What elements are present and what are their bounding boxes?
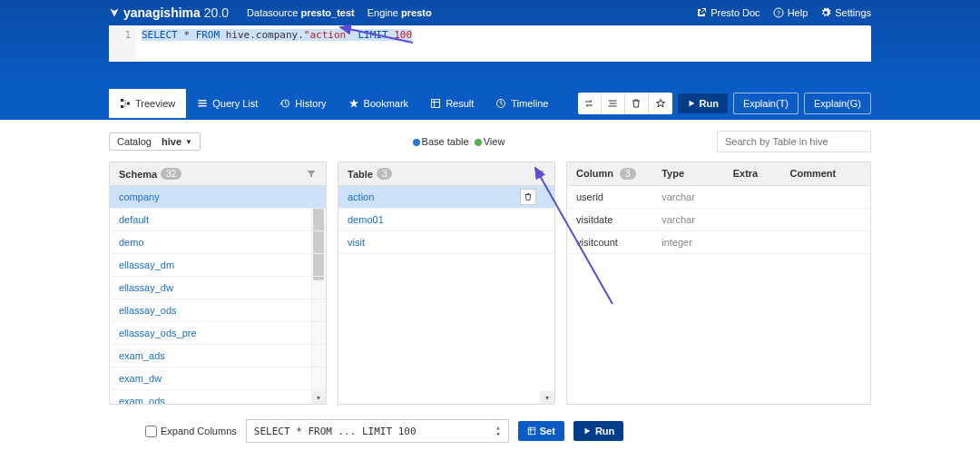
app-version: 20.0 (204, 5, 229, 20)
expand-columns-checkbox[interactable]: Expand Columns (145, 426, 237, 437)
search-input[interactable] (717, 131, 871, 152)
schema-item[interactable]: ellassay_ods (110, 299, 326, 322)
schema-item[interactable]: company (110, 186, 326, 209)
app-name: yanagishima (123, 5, 201, 20)
table-count: 3 (377, 168, 393, 180)
svg-rect-9 (432, 100, 440, 108)
star-icon[interactable] (649, 93, 672, 114)
svg-rect-11 (528, 427, 535, 435)
trash-icon[interactable] (520, 189, 536, 205)
explain-t-button[interactable]: Explain(T) (733, 93, 799, 114)
svg-rect-4 (127, 103, 130, 105)
updown-icon: ▴▾ (495, 425, 500, 437)
schema-item[interactable]: ellassay_dw (110, 277, 326, 299)
tab-result[interactable]: Result (419, 89, 485, 118)
swap-icon[interactable] (578, 93, 602, 114)
filter-icon[interactable] (306, 169, 317, 180)
app-logo: yanagishima 20.0 (109, 5, 229, 20)
column-row: useridvarchar (567, 186, 870, 209)
schema-title: Schema (119, 169, 157, 180)
tab-history[interactable]: History (269, 89, 337, 118)
schema-item[interactable]: ellassay_dm (110, 254, 326, 277)
run-button-bottom[interactable]: Run (573, 421, 623, 441)
presto-doc-link[interactable]: Presto Doc (696, 7, 760, 18)
sql-code[interactable]: SELECT * FROM hive.company."action" LIMI… (136, 25, 871, 62)
template-select[interactable]: SELECT * FROM ... LIMIT 100 ▴▾ (246, 419, 509, 443)
schema-item[interactable]: demo (110, 231, 326, 254)
column-row: visitdatevarchar (567, 209, 870, 231)
run-button[interactable]: Run (678, 93, 728, 113)
table-title: Table (348, 169, 373, 180)
schema-count: 32 (161, 168, 181, 180)
tab-querylist[interactable]: Query List (186, 89, 269, 118)
format-icon[interactable] (602, 93, 625, 114)
svg-rect-2 (121, 99, 123, 102)
sql-editor[interactable]: 1 SELECT * FROM hive.company."action" LI… (109, 25, 871, 62)
tab-treeview[interactable]: Treeview (109, 89, 186, 118)
table-list[interactable]: ▴ ▾ actiondemo01visit (338, 186, 554, 404)
scroll-down-icon[interactable]: ▾ (540, 391, 554, 404)
table-item[interactable]: demo01 (338, 209, 554, 231)
engine-info: Engine presto (368, 7, 432, 18)
explain-g-button[interactable]: Explain(G) (804, 93, 871, 114)
svg-rect-6 (199, 103, 207, 104)
col-header-comment: Comment (790, 168, 862, 180)
schema-panel: Schema 32 ▴ ▾ companydefaultdemoellassay… (109, 162, 327, 405)
table-item[interactable]: visit (338, 231, 554, 254)
help-link[interactable]: ? Help (773, 7, 808, 18)
table-item[interactable]: action (338, 186, 554, 209)
schema-item[interactable]: exam_ods (110, 390, 326, 404)
settings-link[interactable]: Settings (820, 7, 871, 18)
svg-rect-7 (199, 105, 207, 107)
catalog-select[interactable]: Catalog hive ▼ (109, 132, 201, 151)
column-row: visitcountinteger (567, 231, 870, 254)
schema-item[interactable]: exam_ads (110, 345, 326, 367)
col-header-type: Type (662, 168, 733, 180)
col-header-extra: Extra (733, 168, 790, 180)
schema-item[interactable]: exam_dw (110, 367, 326, 390)
svg-rect-3 (121, 105, 123, 108)
chevron-down-icon: ▼ (185, 138, 192, 146)
schema-item[interactable]: default (110, 209, 326, 231)
schema-list[interactable]: ▴ ▾ companydefaultdemoellassay_dmellassa… (110, 186, 326, 404)
table-panel: Table 3 ▴ ▾ actiondemo01visit (338, 162, 555, 405)
column-panel: Column 3 Type Extra Comment useridvarcha… (566, 162, 871, 405)
filter-icon[interactable] (534, 169, 545, 180)
datasource-info: Datasource presto_test (247, 7, 355, 18)
tab-bookmark[interactable]: Bookmark (338, 89, 420, 118)
line-gutter: 1 (109, 25, 136, 62)
schema-item[interactable]: ellassay_ods_pre (110, 322, 326, 345)
trash-icon[interactable] (625, 93, 649, 114)
col-header-column: Column (576, 168, 613, 179)
tab-timeline[interactable]: Timeline (485, 89, 559, 118)
legend: Base table View (201, 136, 717, 147)
set-button[interactable]: Set (518, 421, 564, 441)
svg-rect-5 (199, 100, 207, 102)
svg-text:?: ? (777, 10, 780, 16)
